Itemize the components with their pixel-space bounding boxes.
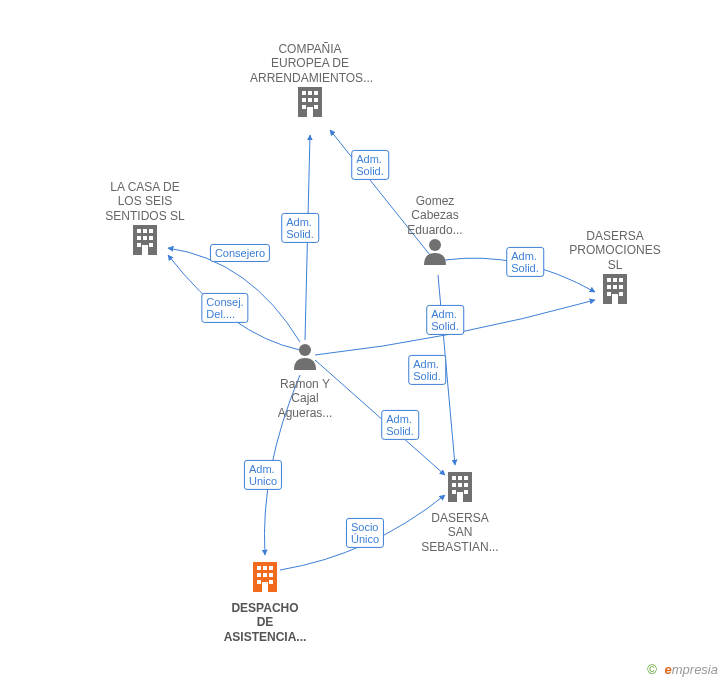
- svg-rect-42: [263, 566, 267, 570]
- svg-rect-43: [269, 566, 273, 570]
- svg-rect-29: [612, 294, 618, 304]
- svg-rect-23: [619, 278, 623, 282]
- svg-rect-39: [457, 492, 463, 502]
- svg-rect-12: [143, 229, 147, 233]
- node-label: DASERSASANSEBASTIAN...: [400, 511, 520, 554]
- watermark: © empresia: [647, 662, 718, 677]
- svg-rect-27: [607, 292, 611, 296]
- svg-rect-44: [257, 573, 261, 577]
- edge-label: Socio Único: [346, 518, 384, 548]
- person-icon: [422, 237, 448, 268]
- edge-label: Adm. Solid.: [426, 305, 464, 335]
- building-icon: [295, 85, 325, 122]
- svg-rect-13: [149, 229, 153, 233]
- svg-rect-16: [149, 236, 153, 240]
- svg-point-50: [429, 239, 441, 251]
- svg-rect-21: [607, 278, 611, 282]
- node-gomez[interactable]: GomezCabezasEduardo...: [375, 190, 495, 268]
- node-label: DESPACHODEASISTENCIA...: [205, 601, 325, 644]
- svg-rect-28: [619, 292, 623, 296]
- node-ramon[interactable]: Ramon YCajalAgueras...: [245, 342, 365, 420]
- svg-rect-18: [149, 243, 153, 247]
- svg-rect-22: [613, 278, 617, 282]
- edge-label: Adm. Solid.: [351, 150, 389, 180]
- svg-rect-33: [464, 476, 468, 480]
- svg-rect-47: [257, 580, 261, 584]
- node-label: COMPAÑIAEUROPEA DEARRENDAMIENTOS...: [250, 42, 370, 85]
- node-label: Ramon YCajalAgueras...: [245, 377, 365, 420]
- person-icon: [292, 342, 318, 373]
- svg-rect-26: [619, 285, 623, 289]
- node-compania[interactable]: COMPAÑIAEUROPEA DEARRENDAMIENTOS...: [250, 38, 370, 122]
- svg-rect-9: [307, 107, 313, 117]
- svg-rect-3: [314, 91, 318, 95]
- node-label: LA CASA DELOS SEISSENTIDOS SL: [85, 180, 205, 223]
- node-lacasa[interactable]: LA CASA DELOS SEISSENTIDOS SL: [85, 176, 205, 260]
- edge-label: Adm. Solid.: [381, 410, 419, 440]
- node-label: GomezCabezasEduardo...: [375, 194, 495, 237]
- node-despacho[interactable]: DESPACHODEASISTENCIA...: [205, 560, 325, 644]
- diagram-canvas: Adm. Solid.Adm. Solid.ConsejeroConsej. D…: [0, 0, 728, 685]
- building-icon: [250, 560, 280, 597]
- svg-rect-19: [142, 245, 148, 255]
- svg-rect-7: [302, 105, 306, 109]
- svg-rect-24: [607, 285, 611, 289]
- edge-label: Adm. Solid.: [506, 247, 544, 277]
- brand-text: empresia: [665, 662, 718, 677]
- svg-rect-4: [302, 98, 306, 102]
- svg-rect-34: [452, 483, 456, 487]
- building-icon: [600, 272, 630, 309]
- svg-rect-6: [314, 98, 318, 102]
- svg-rect-36: [464, 483, 468, 487]
- svg-rect-8: [314, 105, 318, 109]
- svg-rect-37: [452, 490, 456, 494]
- svg-rect-1: [302, 91, 306, 95]
- svg-rect-45: [263, 573, 267, 577]
- edge-label: Consejero: [210, 244, 270, 262]
- svg-rect-38: [464, 490, 468, 494]
- edge-label: Adm. Solid.: [408, 355, 446, 385]
- copyright-symbol: ©: [647, 662, 657, 677]
- svg-rect-11: [137, 229, 141, 233]
- svg-rect-2: [308, 91, 312, 95]
- svg-rect-17: [137, 243, 141, 247]
- svg-rect-35: [458, 483, 462, 487]
- svg-rect-32: [458, 476, 462, 480]
- node-label: DASERSAPROMOCIONESSL: [555, 229, 675, 272]
- svg-rect-49: [262, 582, 268, 592]
- edge-label: Adm. Solid.: [281, 213, 319, 243]
- edge-label: Consej. Del....: [201, 293, 248, 323]
- edge-label: Adm. Unico: [244, 460, 282, 490]
- svg-rect-25: [613, 285, 617, 289]
- building-icon: [445, 470, 475, 507]
- node-dasersa_prom[interactable]: DASERSAPROMOCIONESSL: [555, 225, 675, 309]
- svg-point-51: [299, 344, 311, 356]
- svg-rect-41: [257, 566, 261, 570]
- svg-rect-31: [452, 476, 456, 480]
- svg-rect-48: [269, 580, 273, 584]
- svg-rect-5: [308, 98, 312, 102]
- svg-rect-15: [143, 236, 147, 240]
- building-icon: [130, 223, 160, 260]
- node-dasersa_san[interactable]: DASERSASANSEBASTIAN...: [400, 470, 520, 554]
- svg-rect-46: [269, 573, 273, 577]
- svg-rect-14: [137, 236, 141, 240]
